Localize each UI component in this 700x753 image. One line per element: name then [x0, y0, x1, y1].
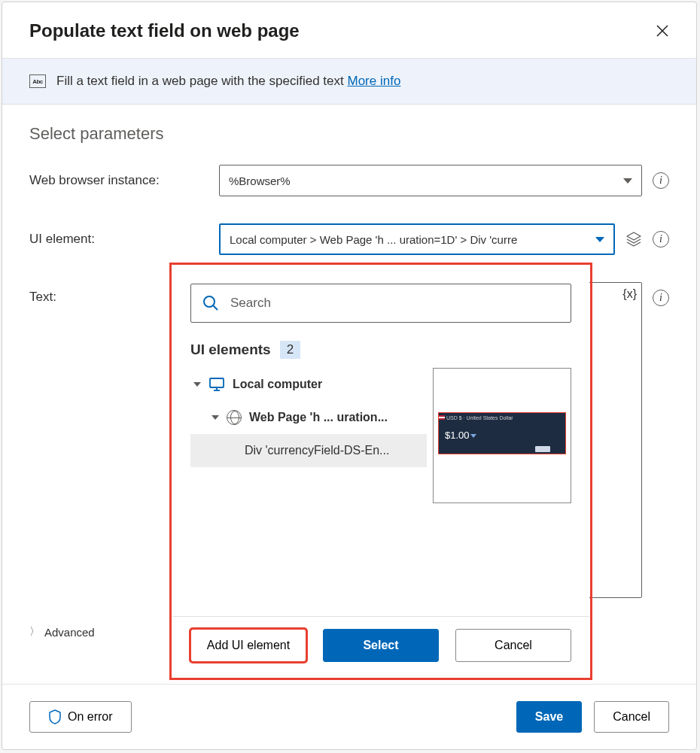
- browser-instance-dropdown[interactable]: %Browser%: [219, 165, 642, 196]
- chevron-right-icon: 〉: [29, 625, 40, 639]
- search-placeholder: Search: [230, 296, 271, 311]
- save-button[interactable]: Save: [516, 701, 582, 733]
- tree-leaf-label: Div 'currencyField-DS-En...: [245, 444, 389, 457]
- on-error-button[interactable]: On error: [29, 701, 132, 733]
- ui-element-value: Local computer > Web Page 'h ... uration…: [230, 233, 589, 246]
- section-title: Select parameters: [29, 124, 669, 144]
- abc-icon: Abc: [29, 74, 46, 88]
- chevron-down-icon: [212, 415, 219, 420]
- tree-node-leaf[interactable]: Div 'currencyField-DS-En...: [190, 434, 427, 467]
- svg-line-1: [213, 305, 218, 310]
- tree-page-label: Web Page 'h ... uration...: [249, 411, 388, 424]
- browser-value: %Browser%: [229, 175, 617, 187]
- ui-element-picker-popup: Search UI elements 2 Local computer Web …: [172, 266, 589, 677]
- shield-icon: [48, 709, 62, 724]
- tree-root-label: Local computer: [233, 378, 322, 391]
- dialog-title: Populate text field on web page: [29, 20, 300, 41]
- dialog-footer: On error Save Cancel: [2, 684, 696, 749]
- dialog-header: Populate text field on web page: [2, 2, 696, 58]
- info-description: Fill a text field in a web page with the…: [56, 74, 347, 88]
- info-text: Fill a text field in a web page with the…: [56, 74, 400, 89]
- info-icon[interactable]: i: [653, 231, 669, 247]
- search-icon: [202, 294, 220, 312]
- dialog-populate-text-field: Populate text field on web page Abc Fill…: [2, 2, 697, 750]
- param-browser-label: Web browser instance:: [29, 173, 208, 188]
- info-bar: Abc Fill a text field in a web page with…: [2, 58, 696, 105]
- add-ui-element-button[interactable]: Add UI element: [190, 629, 306, 662]
- param-ui-element-row: UI element: Local computer > Web Page 'h…: [29, 223, 669, 255]
- on-error-label: On error: [68, 710, 113, 724]
- preview-screenshot: USD $ · United States Dollar $1.00: [438, 412, 566, 454]
- count-badge: 2: [280, 341, 300, 359]
- popup-footer: Add UI element Select Cancel: [172, 616, 589, 677]
- close-button[interactable]: [656, 24, 669, 38]
- param-browser-row: Web browser instance: %Browser% i: [29, 165, 669, 196]
- preview-tag: [535, 446, 550, 452]
- popup-cancel-button[interactable]: Cancel: [455, 629, 571, 662]
- layers-icon[interactable]: [625, 231, 642, 247]
- search-input[interactable]: Search: [190, 284, 571, 323]
- computer-icon: [208, 377, 225, 392]
- flag-icon: [439, 415, 445, 420]
- preview-label: USD $ · United States Dollar: [446, 415, 513, 421]
- globe-icon: [227, 410, 242, 425]
- ui-elements-tree: Local computer Web Page 'h ... uration..…: [190, 368, 571, 503]
- footer-right: Save Cancel: [516, 701, 669, 733]
- cancel-button[interactable]: Cancel: [594, 701, 669, 733]
- select-button[interactable]: Select: [323, 629, 439, 662]
- element-preview: USD $ · United States Dollar $1.00: [433, 368, 571, 503]
- ui-element-dropdown[interactable]: Local computer > Web Page 'h ... uration…: [219, 223, 615, 255]
- fx-badge[interactable]: {x}: [622, 287, 637, 301]
- panel-title: UI elements: [190, 342, 271, 358]
- chevron-down-icon: [623, 178, 632, 184]
- advanced-label: Advanced: [44, 626, 95, 639]
- info-icon[interactable]: i: [653, 290, 669, 306]
- chevron-down-icon: [193, 382, 201, 387]
- preview-amount: $1.00: [445, 430, 470, 441]
- svg-point-0: [204, 296, 215, 307]
- panel-title-row: UI elements 2: [190, 341, 571, 359]
- param-ui-element-label: UI element:: [29, 232, 208, 247]
- info-icon[interactable]: i: [653, 172, 669, 189]
- caret-icon: [470, 434, 476, 438]
- tree-node-page[interactable]: Web Page 'h ... uration...: [190, 401, 427, 434]
- chevron-down-icon: [595, 237, 604, 242]
- more-info-link[interactable]: More info: [347, 74, 400, 88]
- tree-node-root[interactable]: Local computer: [190, 368, 427, 401]
- svg-rect-2: [210, 378, 224, 387]
- close-icon: [656, 25, 668, 37]
